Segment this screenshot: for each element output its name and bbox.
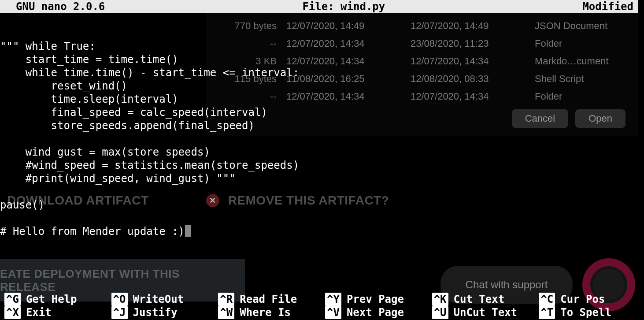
nano-title-left: GNU nano 2.0.6	[16, 0, 105, 13]
nano-shortcut[interactable]: ^GGet Help	[4, 293, 105, 306]
editor-line: store_speeds.append(final_speed)	[0, 119, 644, 132]
nano-shortcut[interactable]: ^UUnCut Text	[432, 306, 533, 319]
nano-title-center: File: wind.py	[105, 0, 582, 13]
nano-shortcut-label: Read File	[240, 293, 297, 306]
nano-shortcut[interactable]: ^RRead File	[218, 293, 319, 306]
nano-shortcut-label: UnCut Text	[454, 306, 518, 319]
nano-title-right: Modified	[582, 0, 633, 13]
nano-shortcut[interactable]: ^XExit	[4, 306, 105, 319]
editor-line	[0, 13, 644, 26]
editor-line: reset_wind()	[0, 79, 644, 93]
nano-shortcut-key: ^O	[111, 293, 128, 306]
nano-shortcut-key: ^Y	[325, 293, 341, 306]
editor-line	[0, 26, 644, 40]
nano-shortcut-key: ^T	[539, 306, 555, 319]
nano-shortcut-label: To Spell	[560, 306, 611, 319]
nano-shortcut[interactable]: ^VNext Page	[325, 306, 426, 319]
nano-shortcut-key: ^K	[432, 293, 448, 306]
nano-shortcut-label: Cur Pos	[560, 293, 605, 306]
nano-titlebar: GNU nano 2.0.6 File: wind.py Modified	[0, 0, 638, 13]
editor-line	[0, 185, 644, 198]
nano-shortcut-label: Cut Text	[454, 293, 505, 306]
editor-line: wind_gust = max(store_speeds)	[0, 145, 644, 159]
nano-shortcut-key: ^G	[4, 293, 21, 306]
nano-shortcut[interactable]: ^KCut Text	[432, 293, 533, 306]
editor-line: """ while True:	[0, 40, 644, 53]
text-cursor	[185, 225, 191, 237]
nano-shortcut[interactable]: ^TTo Spell	[539, 306, 640, 319]
terminal-window[interactable]: GNU nano 2.0.6 File: wind.py Modified ""…	[0, 0, 644, 320]
nano-shortcut-key: ^R	[218, 293, 234, 306]
nano-shortcut-key: ^J	[111, 306, 128, 319]
editor-line	[0, 132, 644, 145]
nano-shortcut[interactable]: ^WWhere Is	[218, 306, 319, 319]
editor-line: #print(wind_speed, wind_gust) """	[0, 172, 644, 185]
nano-shortcut[interactable]: ^YPrev Page	[325, 293, 426, 306]
nano-shortcut-label: Where Is	[240, 306, 291, 319]
editor-line: time.sleep(interval)	[0, 93, 644, 106]
nano-editor[interactable]: """ while True: start_time = time.time()…	[0, 13, 644, 238]
editor-line	[0, 212, 644, 225]
nano-shortcut-label: Justify	[133, 306, 178, 319]
editor-line: #wind_speed = statistics.mean(store_spee…	[0, 159, 644, 172]
editor-line: start_time = time.time()	[0, 53, 644, 66]
nano-shortcut-label: Get Help	[26, 293, 77, 306]
nano-shortcuts: ^GGet Help^OWriteOut^RRead File^YPrev Pa…	[0, 293, 644, 320]
editor-line: final_speed = calc_speed(interval)	[0, 106, 644, 119]
nano-shortcut-label: Exit	[26, 306, 52, 319]
nano-shortcut-key: ^C	[539, 293, 555, 306]
nano-shortcut[interactable]: ^OWriteOut	[111, 293, 212, 306]
nano-shortcut-key: ^U	[432, 306, 448, 319]
nano-shortcut[interactable]: ^CCur Pos	[539, 293, 640, 306]
nano-shortcut-key: ^X	[4, 306, 21, 319]
nano-shortcut-key: ^W	[218, 306, 234, 319]
nano-shortcut-label: WriteOut	[133, 293, 184, 306]
nano-shortcut-label: Prev Page	[347, 293, 404, 306]
editor-line: while time.time() - start_time <= interv…	[0, 66, 644, 79]
nano-shortcut-key: ^V	[325, 306, 341, 319]
nano-shortcut-label: Next Page	[347, 306, 404, 319]
editor-line: pause()	[0, 198, 644, 212]
editor-line: # Hello from Mender update :)	[0, 225, 644, 238]
nano-shortcut[interactable]: ^JJustify	[111, 306, 212, 319]
